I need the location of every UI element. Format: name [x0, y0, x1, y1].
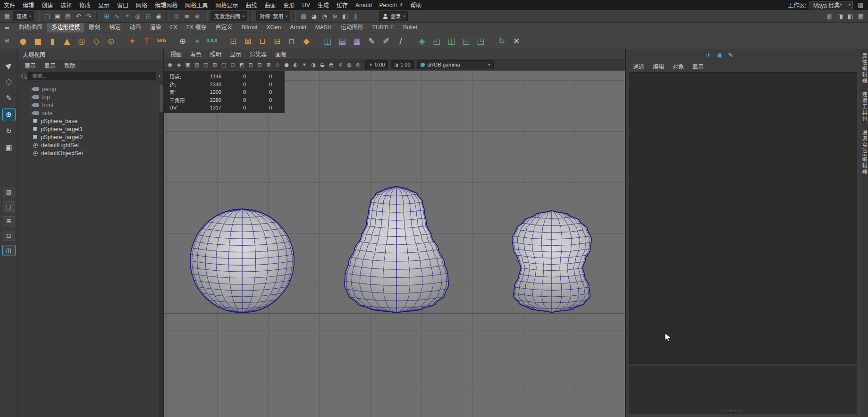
bevel-icon[interactable]: ◳	[474, 34, 487, 48]
menubar-item[interactable]: 帮助	[406, 0, 425, 10]
type-tool-icon[interactable]: T	[140, 34, 153, 48]
shelf-tab[interactable]: 动画	[125, 21, 145, 33]
open-scene-icon[interactable]: ▣	[53, 11, 62, 21]
outliner-item[interactable]: top	[18, 93, 159, 101]
pause-viewport-icon[interactable]: ‖	[351, 11, 360, 21]
sweep-mesh-icon[interactable]: ✦	[126, 34, 139, 48]
poly-cone-icon[interactable]: ▲	[60, 34, 74, 48]
grid-toggle-icon[interactable]: ⊞	[211, 60, 219, 69]
scene-objects[interactable]	[164, 71, 625, 417]
scale-tool[interactable]: ▣	[3, 142, 15, 154]
xray-icon[interactable]: ◍	[345, 60, 354, 69]
menubar-item[interactable]: 网格显示	[211, 0, 242, 10]
search-filter-chevron-icon[interactable]: ▾	[159, 74, 160, 78]
render-settings-icon[interactable]: ⊛	[330, 11, 339, 21]
layout-two-pane-button[interactable]: ⊟	[3, 231, 15, 241]
field-chart-icon[interactable]: ⊟	[246, 60, 255, 69]
motion-blur-icon[interactable]: ◓	[327, 60, 336, 69]
move-tool[interactable]: ⊕	[3, 108, 15, 121]
outliner-menu-item[interactable]: 显示	[40, 61, 60, 69]
layout-outliner-persp-button[interactable]: ◫	[3, 245, 15, 256]
smooth-icon[interactable]: ◆	[300, 34, 313, 48]
camera-attributes-icon[interactable]: ▣	[184, 60, 192, 69]
sidebar-tab[interactable]: 通道盒/层编辑器	[860, 130, 868, 175]
resize-handle-dots[interactable]: ·······	[725, 408, 742, 413]
retopologize-icon[interactable]: ▦	[350, 34, 363, 48]
safe-title-icon[interactable]: ⊠	[264, 60, 273, 69]
symmetry-selector[interactable]: 对称: 禁用▾	[256, 11, 290, 21]
menubar-item[interactable]: 曲线	[242, 0, 261, 10]
signal-icon[interactable]: ✈	[706, 51, 711, 58]
layout-four-pane-button[interactable]: ⊞	[3, 216, 15, 226]
output-connections-icon[interactable]: ≡	[182, 11, 192, 21]
outliner-menu-item[interactable]: 展示	[20, 61, 40, 69]
mirror-icon[interactable]: ◫	[321, 34, 334, 48]
shelf-tab[interactable]: 雕刻	[84, 21, 104, 33]
sidebar-tab[interactable]: 属性编辑器	[860, 53, 868, 84]
shelf-tab[interactable]: 多边形建模	[47, 21, 84, 33]
menubar-item[interactable]: 创建	[38, 0, 57, 10]
active-surface-selector[interactable]: 无激活曲面▾	[211, 11, 247, 21]
shadows-icon[interactable]: ◑	[309, 60, 318, 69]
paint-select-tool[interactable]: ✎	[3, 92, 15, 104]
separate-icon[interactable]: ⊠	[241, 34, 254, 48]
target-weld-icon[interactable]: ◈	[415, 34, 429, 48]
extrude-icon[interactable]: ◱	[459, 34, 472, 48]
poly-cylinder-icon[interactable]: ▮	[46, 34, 59, 48]
gear-icon[interactable]: ⊛	[5, 37, 10, 44]
viewport-menu-item[interactable]: 着色	[186, 50, 206, 58]
menubar-item[interactable]: 曲面	[261, 0, 279, 10]
boolean-difference-icon[interactable]: ⊟	[270, 34, 284, 48]
channel-box-menu-item[interactable]: 对象	[668, 62, 688, 70]
bookmarks-icon[interactable]: ▤	[193, 60, 201, 69]
outliner-scrollbar[interactable]	[159, 83, 163, 417]
toggle-channel-box-icon[interactable]: ▦	[856, 11, 866, 21]
construction-history-icon[interactable]: ⊛	[193, 11, 202, 21]
workspace-manager-icon[interactable]: ▦	[856, 0, 865, 10]
shelf-tab[interactable]: MASH	[311, 23, 336, 33]
menubar-item[interactable]: 生成	[314, 0, 333, 10]
shelf-tab[interactable]: Arnold	[286, 23, 311, 33]
svg-tool-icon[interactable]: SVG	[155, 34, 168, 48]
viewport-menu-item[interactable]: 渲染器	[245, 50, 271, 58]
shelf-tab[interactable]: 渲染	[145, 21, 165, 33]
hamburger-icon[interactable]: ≡	[5, 25, 10, 32]
shelf-tab[interactable]: 自定义	[211, 21, 236, 33]
menubar-item[interactable]: 编辑网格	[151, 0, 181, 10]
resolution-gate-icon[interactable]: ◻	[228, 60, 237, 69]
shelf-tab[interactable]: XGen	[262, 23, 285, 33]
sidebar-tab[interactable]: 建模工具包	[860, 92, 868, 122]
menuset-selector[interactable]: 建模▾	[13, 11, 34, 21]
gamma-field[interactable]: ◑ 1.00	[391, 60, 413, 69]
viewport-menu-item[interactable]: 照明	[206, 50, 226, 58]
save-scene-icon[interactable]: ▤	[63, 11, 73, 21]
layout-single-pane-button[interactable]: □	[3, 201, 15, 212]
construction-plane-icon[interactable]: ⊕	[176, 34, 189, 48]
create-polygon-icon[interactable]: ✎	[365, 34, 378, 48]
use-all-lights-icon[interactable]: ☀	[300, 60, 309, 69]
layout-menu-button[interactable]: ▨	[3, 187, 15, 197]
combine-icon[interactable]: ⊡	[227, 34, 240, 48]
quad-draw-icon[interactable]: ✐	[379, 34, 393, 48]
outliner-item[interactable]: persp	[18, 85, 159, 93]
shelf-tab[interactable]: 绑定	[105, 21, 125, 33]
shelf-tab[interactable]: Bullet	[399, 23, 421, 33]
shelf-tab[interactable]: 曲线/曲面	[14, 21, 47, 33]
ambient-occlusion-icon[interactable]: ◒	[318, 60, 327, 69]
menubar-item[interactable]: UV	[298, 0, 314, 10]
input-connections-icon[interactable]: ≣	[172, 11, 181, 21]
safe-action-icon[interactable]: ⊡	[255, 60, 264, 69]
shelf-tab[interactable]: FX	[166, 23, 181, 33]
pencil-icon[interactable]: ✎	[728, 51, 733, 58]
menubar-item[interactable]: 修改	[76, 0, 94, 10]
menubar-item[interactable]: 选择	[57, 0, 76, 10]
outliner-item[interactable]: pSphere_target1	[18, 125, 159, 133]
outliner-item[interactable]: pSphere_target2	[18, 133, 159, 141]
boolean-intersection-icon[interactable]: ⊓	[285, 34, 298, 48]
rotate-tool[interactable]: ↻	[3, 125, 15, 137]
outliner-item[interactable]: defaultLightSet	[18, 141, 159, 149]
lasso-select-tool[interactable]: ◌	[3, 75, 15, 88]
channel-box-menu-item[interactable]: 编辑	[649, 62, 668, 70]
view-transform-selector[interactable]: sRGB gamma ▾	[417, 60, 494, 69]
isolate-select-icon[interactable]: ◎	[354, 60, 362, 69]
